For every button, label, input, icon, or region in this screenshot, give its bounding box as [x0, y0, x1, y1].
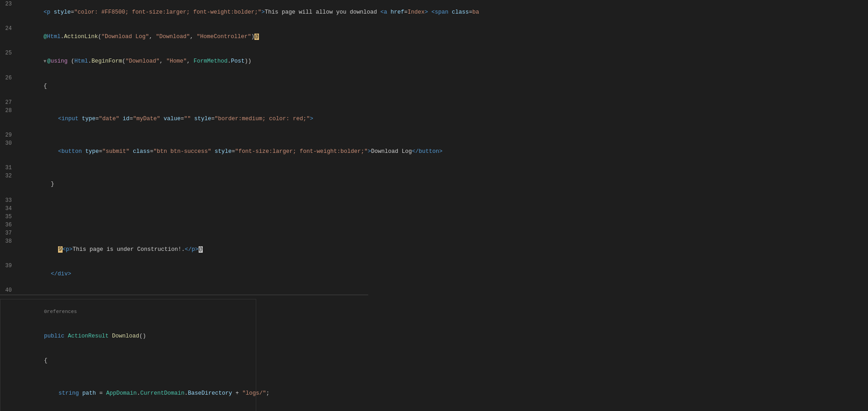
line-content-32: } — [16, 172, 366, 196]
line-num-32: 32 — [4, 172, 16, 180]
code-line-40: 40 — [0, 286, 368, 294]
line-content-25: ▼@using (Html.BeginForm("Download", "Hom… — [16, 49, 366, 74]
line-num-38: 38 — [4, 237, 16, 245]
line-num-26: 26 — [4, 74, 16, 82]
top-editor: 23 <p style="color: #FF8500; font-size:l… — [0, 0, 368, 294]
bottom-editor: 0references public ActionResult Download… — [0, 299, 256, 411]
line-content-ref1: 0references — [17, 299, 254, 324]
line-content-filename: string filename = "industrialcomm-payloa… — [17, 406, 361, 411]
line-num-40: 40 — [4, 286, 16, 294]
line-content-38: 9<p>This page is under Construction!.</p… — [16, 237, 366, 262]
code-line-dl-empty1 — [0, 373, 256, 381]
line-num-27: 27 — [4, 98, 16, 107]
code-line-33: 33 — [0, 196, 368, 205]
line-num-35: 35 — [4, 213, 16, 221]
code-line-31: 31 — [0, 164, 368, 172]
top-code-panel: 23 <p style="color: #FF8500; font-size:l… — [0, 0, 368, 295]
code-line-39: 39 </div> — [0, 262, 368, 286]
code-line-path: string path = AppDomain.CurrentDomain.Ba… — [0, 381, 256, 406]
line-content-28: <input type="date" id="myDate" value="" … — [16, 107, 366, 131]
line-num-37: 37 — [4, 229, 16, 237]
line-num-25: 25 — [4, 49, 16, 57]
line-num-36: 36 — [4, 221, 16, 229]
line-num-23: 23 — [4, 0, 16, 8]
code-line-34: 34 — [0, 205, 368, 213]
line-num-33: 33 — [4, 196, 16, 205]
line-content-26: { — [16, 74, 366, 98]
line-content-dl-open: { — [17, 348, 254, 373]
code-line-32: 32 } — [0, 172, 368, 196]
code-line-dl-open: { — [0, 348, 256, 373]
code-line-24: 24 @Html.ActionLink("Download Log", "Dow… — [0, 24, 368, 49]
code-line-23: 23 <p style="color: #FF8500; font-size:l… — [0, 0, 368, 24]
code-line-38: 38 9<p>This page is under Construction!.… — [0, 237, 368, 262]
collapse-icon-25[interactable]: ▼ — [44, 59, 46, 64]
line-content-path: string path = AppDomain.CurrentDomain.Ba… — [17, 381, 269, 406]
code-line-27: 27 — [0, 98, 368, 107]
line-num-30: 30 — [4, 139, 16, 147]
line-num-28: 28 — [4, 107, 16, 115]
line-num-31: 31 — [4, 164, 16, 172]
line-content-23: <p style="color: #FF8500; font-size:larg… — [16, 0, 479, 24]
line-content-30: <button type="submit" class="btn btn-suc… — [16, 139, 443, 164]
line-num-34: 34 — [4, 205, 16, 213]
line-content-39: </div> — [16, 262, 366, 286]
code-line-37: 37 — [0, 229, 368, 237]
code-line-36: 36 — [0, 221, 368, 229]
line-content-dl-sig: public ActionResult Download() — [17, 324, 254, 348]
line-num-39: 39 — [4, 262, 16, 270]
line-num-29: 29 — [4, 131, 16, 139]
bottom-code-panel: 0references public ActionResult Download… — [0, 299, 256, 411]
code-line-30: 30 <button type="submit" class="btn btn-… — [0, 139, 368, 164]
code-line-35: 35 — [0, 213, 368, 221]
code-line-29: 29 — [0, 131, 368, 139]
ref-line-download: 0references — [0, 299, 256, 324]
code-line-25: 25 ▼@using (Html.BeginForm("Download", "… — [0, 49, 368, 74]
line-content-24: @Html.ActionLink("Download Log", "Downlo… — [16, 24, 366, 49]
code-line-26: 26 { — [0, 74, 368, 98]
code-line-28: 28 <input type="date" id="myDate" value=… — [0, 107, 368, 131]
line-num-24: 24 — [4, 24, 16, 33]
code-line-filename: string filename = "industrialcomm-payloa… — [0, 406, 256, 411]
code-line-download-sig: public ActionResult Download() — [0, 324, 256, 348]
